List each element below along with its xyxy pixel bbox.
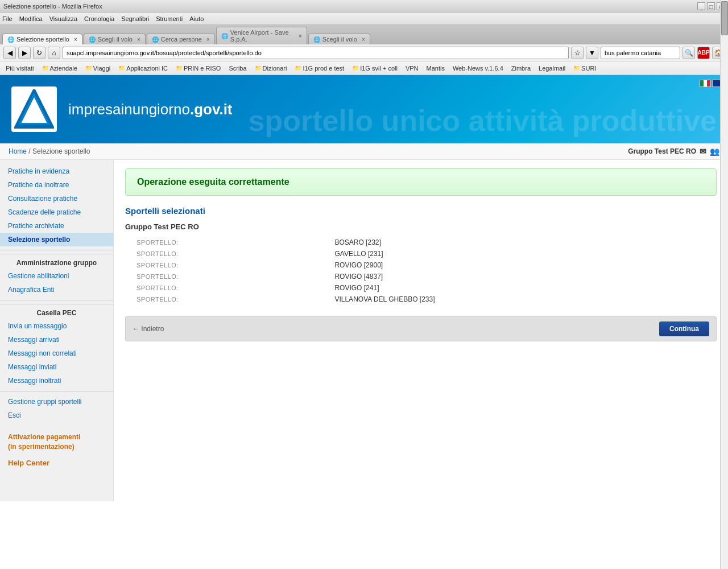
bookmark-mantis[interactable]: Mantis — [424, 64, 447, 72]
sportello-value-2: GAVELLO [231] — [330, 248, 717, 259]
sidebar-selezione-sportello[interactable]: Selezione sportello — [0, 233, 113, 246]
bookmark-vpn[interactable]: VPN — [403, 64, 421, 72]
bookmarks-bar: Più visitati 📁 Aziendale 📁 Viaggi 📁 Appl… — [0, 61, 728, 75]
menu-strumenti[interactable]: Strumenti — [156, 15, 183, 22]
tab-scegli-volo-1[interactable]: 🌐 Scegli il volo × — [84, 34, 146, 44]
folder-icon: 📁 — [295, 65, 301, 71]
sidebar-consultazione[interactable]: Consultazione pratiche — [0, 192, 113, 205]
sportello-label-4: SPORTELLO: — [125, 271, 330, 282]
email-icon[interactable]: ✉ — [700, 147, 706, 156]
reload-button[interactable]: ↻ — [33, 47, 46, 59]
back-button[interactable]: ◀ — [3, 47, 16, 59]
site-logo — [11, 86, 57, 132]
tab-cerca-persone[interactable]: 🌐 Cerca persone × — [147, 34, 215, 44]
sportello-label-2: SPORTELLO: — [125, 248, 330, 259]
tab-close-button[interactable]: × — [362, 36, 365, 43]
tab-close-button[interactable]: × — [299, 33, 302, 39]
users-icon[interactable]: 👥 — [710, 147, 719, 156]
sidebar-anagrafica-enti[interactable]: Anagrafica Enti — [0, 283, 113, 296]
tab-label: Scegli il volo — [322, 36, 357, 43]
search-input[interactable] — [601, 47, 680, 59]
tab-scegli-volo-2[interactable]: 🌐 Scegli il volo × — [308, 34, 370, 44]
breadcrumb: Home / Selezione sportello — [9, 147, 90, 155]
sidebar: Pratiche in evidenza Pratiche da inoltra… — [0, 160, 114, 501]
sidebar-divider-1 — [0, 250, 113, 250]
bookmark-webnews[interactable]: Web-News v.1.6.4 — [450, 64, 506, 72]
bookmark-viaggi[interactable]: 📁 Viaggi — [83, 64, 113, 72]
bookmark-list[interactable]: ▼ — [586, 47, 598, 59]
folder-icon: 📁 — [42, 65, 49, 71]
tab-close-button[interactable]: × — [206, 36, 210, 43]
sidebar-divider-3 — [0, 391, 113, 391]
menu-cronologia[interactable]: Cronologia — [84, 15, 114, 22]
tab-close-button[interactable]: × — [137, 36, 140, 43]
section-title: Sportelli selezionati — [125, 206, 717, 216]
browser-titlebar: Selezione sportello - Mozilla Firefox _ … — [0, 0, 728, 13]
menu-modifica[interactable]: Modifica — [19, 15, 43, 22]
table-row: SPORTELLO: GAVELLO [231] — [125, 248, 717, 259]
forward-button[interactable]: ▶ — [18, 47, 31, 59]
tab-label: Venice Airport - Save S.p.A. — [230, 29, 294, 43]
tab-venice-airport[interactable]: 🌐 Venice Airport - Save S.p.A. × — [216, 27, 307, 44]
addon-button[interactable]: ABP — [697, 47, 710, 59]
sidebar-pratiche-inoltrare[interactable]: Pratiche da inoltrare — [0, 178, 113, 192]
breadcrumb-bar: Home / Selezione sportello Gruppo Test P… — [0, 143, 728, 160]
sportello-value-6: VILLANOVA DEL GHEBBO [233] — [330, 294, 717, 305]
continua-button[interactable]: Continua — [659, 321, 709, 336]
sidebar-messaggi-inviati[interactable]: Messaggi inviati — [0, 360, 113, 374]
bookmark-suri[interactable]: 📁 SURI — [571, 64, 598, 72]
minimize-button[interactable]: _ — [697, 2, 705, 10]
tab-label: Scegli il volo — [98, 36, 133, 43]
bookmark-scriba[interactable]: Scriba — [226, 64, 249, 72]
bookmark-legalmail[interactable]: Legalmail — [536, 64, 568, 72]
url-input[interactable] — [63, 47, 569, 59]
bookmark-i1g-svil[interactable]: 📁 I1G svil + coll — [350, 64, 400, 72]
bookmark-star[interactable]: ☆ — [571, 47, 584, 59]
tab-selezione-sportello[interactable]: 🌐 Selezione sportello × — [2, 34, 82, 44]
sidebar-gestione-abilitazioni[interactable]: Gestione abilitazioni — [0, 269, 113, 283]
breadcrumb-home[interactable]: Home — [9, 147, 27, 155]
folder-icon: 📁 — [352, 65, 359, 71]
back-link[interactable]: ← Indietro — [133, 325, 164, 333]
bookmark-zimbra[interactable]: Zimbra — [509, 64, 533, 72]
sidebar-invia-messaggio[interactable]: Invia un messaggio — [0, 319, 113, 333]
tab-icon: 🌐 — [7, 36, 14, 43]
table-row: SPORTELLO: ROVIGO [241] — [125, 282, 717, 294]
bookmark-most-visited[interactable]: Più visitati — [3, 64, 36, 72]
tab-close-button[interactable]: × — [74, 36, 77, 43]
menu-visualizza[interactable]: Visualizza — [49, 15, 77, 22]
sportello-value-5: ROVIGO [241] — [330, 282, 717, 294]
scrollbar-thumb[interactable] — [721, 1, 728, 35]
sportello-value-1: BOSARO [232] — [330, 237, 717, 248]
help-center-link[interactable]: Help Center — [8, 459, 105, 467]
tab-icon: 🌐 — [313, 36, 320, 43]
sportello-label-5: SPORTELLO: — [125, 282, 330, 294]
user-info: Gruppo Test PEC RO ✉ 👥 — [628, 147, 719, 156]
bookmark-aziendale[interactable]: 📁 Aziendale — [40, 64, 80, 72]
maximize-button[interactable]: □ — [707, 2, 715, 10]
sidebar-pratiche-evidenza[interactable]: Pratiche in evidenza — [0, 164, 113, 178]
menu-file[interactable]: File — [2, 15, 13, 22]
sidebar-messaggi-non-correlati[interactable]: Messaggi non correlati — [0, 347, 113, 360]
sidebar-gestione-gruppi[interactable]: Gestione gruppi sportelli — [0, 395, 113, 409]
home-button[interactable]: ⌂ — [48, 47, 60, 59]
table-row: SPORTELLO: ROVIGO [4837] — [125, 271, 717, 282]
sidebar-messaggi-inoltrati[interactable]: Messaggi inoltrati — [0, 374, 113, 387]
sidebar-scadenze[interactable]: Scadenze delle pratiche — [0, 205, 113, 219]
bookmark-applicazioni-ic[interactable]: 📁 Applicazioni IC — [116, 64, 170, 72]
bookmark-i1g-prod[interactable]: 📁 I1G prod e test — [292, 64, 346, 72]
sidebar-esci[interactable]: Esci — [0, 409, 113, 422]
folder-icon: 📁 — [255, 65, 262, 71]
menu-segnalibri[interactable]: Segnalibri — [121, 15, 149, 22]
scrollbar-track[interactable] — [720, 0, 728, 501]
browser-title: Selezione sportello - Mozilla Firefox — [3, 3, 102, 10]
promo-text[interactable]: Attivazione pagamenti(in sperimentazione… — [8, 433, 80, 451]
sidebar-messaggi-arrivati[interactable]: Messaggi arrivati — [0, 333, 113, 347]
group-title: Gruppo Test PEC RO — [125, 222, 717, 231]
bookmark-prin-riso[interactable]: 📁 PRIN e RISO — [173, 64, 223, 72]
search-button[interactable]: 🔍 — [682, 47, 695, 59]
menu-aiuto[interactable]: Aiuto — [189, 15, 204, 22]
bookmark-dizionari[interactable]: 📁 Dizionari — [253, 64, 289, 72]
sidebar-archiviate[interactable]: Pratiche archiviate — [0, 219, 113, 233]
content-area: Operazione eseguita correttamente Sporte… — [114, 160, 728, 501]
